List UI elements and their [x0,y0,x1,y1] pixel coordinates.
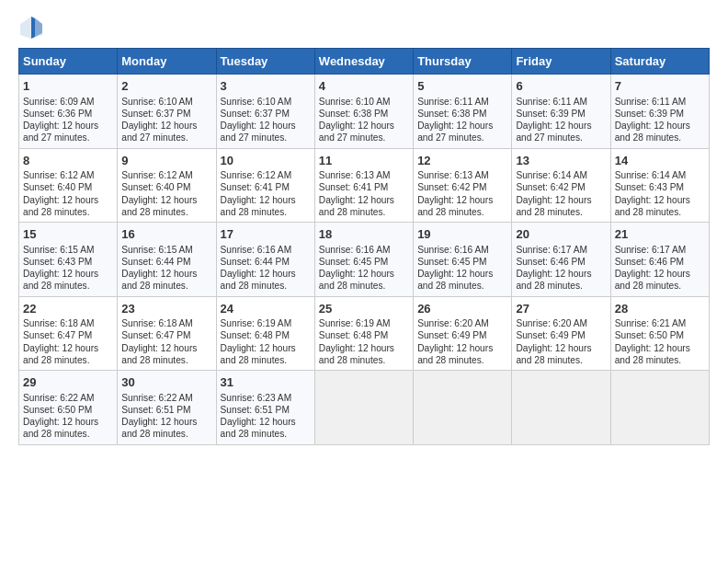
day-number: 18 [319,226,409,243]
week-row-3: 15Sunrise: 6:15 AM Sunset: 6:43 PM Dayli… [19,223,710,297]
cell-info: Sunrise: 6:16 AM Sunset: 6:44 PM Dayligh… [221,244,311,293]
cell-info: Sunrise: 6:16 AM Sunset: 6:45 PM Dayligh… [319,244,409,293]
logo [18,15,48,40]
cell-info: Sunrise: 6:21 AM Sunset: 6:50 PM Dayligh… [615,317,705,366]
cell-info: Sunrise: 6:14 AM Sunset: 6:42 PM Dayligh… [516,169,606,218]
calendar-cell: 28Sunrise: 6:21 AM Sunset: 6:50 PM Dayli… [610,296,709,371]
cell-info: Sunrise: 6:11 AM Sunset: 6:38 PM Dayligh… [417,96,507,144]
day-number: 6 [516,78,606,95]
cell-info: Sunrise: 6:09 AM Sunset: 6:36 PM Dayligh… [23,96,113,144]
cell-info: Sunrise: 6:15 AM Sunset: 6:43 PM Dayligh… [23,244,113,293]
day-number: 1 [23,78,113,95]
cell-info: Sunrise: 6:11 AM Sunset: 6:39 PM Dayligh… [516,96,606,144]
calendar-cell [414,371,512,445]
calendar-cell: 21Sunrise: 6:17 AM Sunset: 6:46 PM Dayli… [610,223,709,297]
header-cell-friday: Friday [512,49,610,75]
calendar-cell: 20Sunrise: 6:17 AM Sunset: 6:46 PM Dayli… [512,223,610,297]
cell-info: Sunrise: 6:22 AM Sunset: 6:50 PM Dayligh… [23,392,113,441]
calendar-table: SundayMondayTuesdayWednesdayThursdayFrid… [18,48,710,445]
header-cell-thursday: Thursday [414,49,512,75]
calendar-cell: 22Sunrise: 6:18 AM Sunset: 6:47 PM Dayli… [19,296,118,371]
cell-info: Sunrise: 6:14 AM Sunset: 6:43 PM Dayligh… [615,169,705,218]
cell-info: Sunrise: 6:16 AM Sunset: 6:45 PM Dayligh… [417,244,507,293]
day-number: 21 [615,226,705,243]
calendar-cell: 14Sunrise: 6:14 AM Sunset: 6:43 PM Dayli… [610,148,709,223]
day-number: 3 [221,78,311,95]
day-number: 2 [121,78,211,95]
cell-info: Sunrise: 6:10 AM Sunset: 6:38 PM Dayligh… [319,96,409,144]
calendar-cell [512,371,610,445]
day-number: 8 [23,153,113,169]
day-number: 4 [319,78,409,95]
header-cell-wednesday: Wednesday [314,49,413,75]
cell-info: Sunrise: 6:15 AM Sunset: 6:44 PM Dayligh… [121,244,211,293]
cell-info: Sunrise: 6:18 AM Sunset: 6:47 PM Dayligh… [121,317,211,366]
day-number: 31 [221,374,311,391]
calendar-cell: 31Sunrise: 6:23 AM Sunset: 6:51 PM Dayli… [216,371,314,445]
calendar-header: SundayMondayTuesdayWednesdayThursdayFrid… [19,49,710,75]
calendar-cell: 6Sunrise: 6:11 AM Sunset: 6:39 PM Daylig… [512,75,610,149]
week-row-5: 29Sunrise: 6:22 AM Sunset: 6:50 PM Dayli… [19,371,710,445]
calendar-cell: 30Sunrise: 6:22 AM Sunset: 6:51 PM Dayli… [118,371,216,445]
cell-info: Sunrise: 6:13 AM Sunset: 6:41 PM Dayligh… [319,169,409,218]
svg-marker-2 [31,17,35,39]
day-number: 5 [417,78,507,95]
calendar-cell: 8Sunrise: 6:12 AM Sunset: 6:40 PM Daylig… [19,148,118,223]
cell-info: Sunrise: 6:12 AM Sunset: 6:40 PM Dayligh… [23,169,113,218]
cell-info: Sunrise: 6:22 AM Sunset: 6:51 PM Dayligh… [121,392,211,441]
week-row-1: 1Sunrise: 6:09 AM Sunset: 6:36 PM Daylig… [19,75,710,149]
cell-info: Sunrise: 6:17 AM Sunset: 6:46 PM Dayligh… [615,244,705,293]
day-number: 27 [516,301,606,317]
cell-info: Sunrise: 6:19 AM Sunset: 6:48 PM Dayligh… [319,317,409,366]
calendar-cell: 24Sunrise: 6:19 AM Sunset: 6:48 PM Dayli… [216,296,314,371]
day-number: 30 [121,374,211,391]
day-number: 19 [417,226,507,243]
page: SundayMondayTuesdayWednesdayThursdayFrid… [0,0,728,563]
cell-info: Sunrise: 6:12 AM Sunset: 6:41 PM Dayligh… [221,169,311,218]
day-number: 28 [615,301,705,317]
calendar-cell: 9Sunrise: 6:12 AM Sunset: 6:40 PM Daylig… [118,148,216,223]
cell-info: Sunrise: 6:10 AM Sunset: 6:37 PM Dayligh… [221,96,311,144]
calendar-cell: 12Sunrise: 6:13 AM Sunset: 6:42 PM Dayli… [414,148,512,223]
calendar-cell: 25Sunrise: 6:19 AM Sunset: 6:48 PM Dayli… [314,296,413,371]
day-number: 24 [221,301,311,317]
week-row-2: 8Sunrise: 6:12 AM Sunset: 6:40 PM Daylig… [19,148,710,223]
calendar-cell [610,371,709,445]
calendar-cell: 7Sunrise: 6:11 AM Sunset: 6:39 PM Daylig… [610,75,709,149]
cell-info: Sunrise: 6:13 AM Sunset: 6:42 PM Dayligh… [417,169,507,218]
day-number: 22 [23,301,113,317]
calendar-cell: 1Sunrise: 6:09 AM Sunset: 6:36 PM Daylig… [19,75,118,149]
calendar-cell: 26Sunrise: 6:20 AM Sunset: 6:49 PM Dayli… [414,296,512,371]
calendar-cell: 11Sunrise: 6:13 AM Sunset: 6:41 PM Dayli… [314,148,413,223]
day-number: 17 [221,226,311,243]
calendar-cell: 5Sunrise: 6:11 AM Sunset: 6:38 PM Daylig… [414,75,512,149]
day-number: 20 [516,226,606,243]
cell-info: Sunrise: 6:11 AM Sunset: 6:39 PM Dayligh… [615,96,705,144]
cell-info: Sunrise: 6:12 AM Sunset: 6:40 PM Dayligh… [121,169,211,218]
calendar-cell: 17Sunrise: 6:16 AM Sunset: 6:44 PM Dayli… [216,223,314,297]
calendar-cell: 23Sunrise: 6:18 AM Sunset: 6:47 PM Dayli… [118,296,216,371]
week-row-4: 22Sunrise: 6:18 AM Sunset: 6:47 PM Dayli… [19,296,710,371]
calendar-cell: 10Sunrise: 6:12 AM Sunset: 6:41 PM Dayli… [216,148,314,223]
calendar-cell: 29Sunrise: 6:22 AM Sunset: 6:50 PM Dayli… [19,371,118,445]
day-number: 25 [319,301,409,317]
calendar-cell: 16Sunrise: 6:15 AM Sunset: 6:44 PM Dayli… [118,223,216,297]
cell-info: Sunrise: 6:17 AM Sunset: 6:46 PM Dayligh… [516,244,606,293]
calendar-cell: 19Sunrise: 6:16 AM Sunset: 6:45 PM Dayli… [414,223,512,297]
calendar-cell [314,371,413,445]
day-number: 9 [121,153,211,169]
day-number: 15 [23,226,113,243]
header-cell-monday: Monday [118,49,216,75]
day-number: 26 [417,301,507,317]
day-number: 13 [516,153,606,169]
calendar-cell: 3Sunrise: 6:10 AM Sunset: 6:37 PM Daylig… [216,75,314,149]
logo-icon [18,15,44,40]
calendar-cell: 2Sunrise: 6:10 AM Sunset: 6:37 PM Daylig… [118,75,216,149]
cell-info: Sunrise: 6:10 AM Sunset: 6:37 PM Dayligh… [121,96,211,144]
header-row: SundayMondayTuesdayWednesdayThursdayFrid… [19,49,710,75]
calendar-body: 1Sunrise: 6:09 AM Sunset: 6:36 PM Daylig… [19,75,710,445]
calendar-cell: 4Sunrise: 6:10 AM Sunset: 6:38 PM Daylig… [314,75,413,149]
day-number: 7 [615,78,705,95]
calendar-cell: 15Sunrise: 6:15 AM Sunset: 6:43 PM Dayli… [19,223,118,297]
calendar-cell: 13Sunrise: 6:14 AM Sunset: 6:42 PM Dayli… [512,148,610,223]
